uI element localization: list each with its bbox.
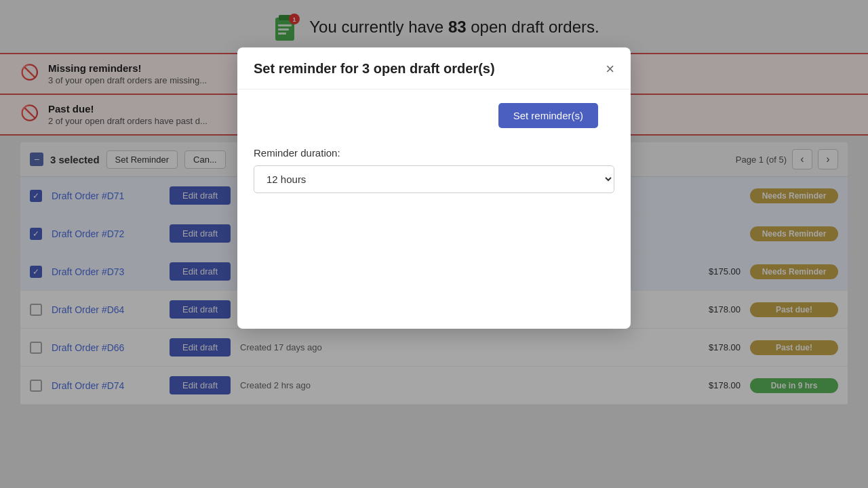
- modal-overlay: Set reminder for 3 open draft order(s) ×…: [0, 0, 868, 488]
- set-reminders-btn[interactable]: Set reminder(s): [498, 103, 598, 128]
- set-reminder-modal: Set reminder for 3 open draft order(s) ×…: [237, 47, 631, 329]
- duration-label: Reminder duration:: [254, 147, 614, 159]
- modal-body: Set reminder(s) Reminder duration: 1 hou…: [237, 89, 631, 329]
- modal-header: Set reminder for 3 open draft order(s) ×: [237, 47, 631, 89]
- duration-select[interactable]: 1 hour2 hours4 hours6 hours12 hours24 ho…: [254, 165, 614, 193]
- modal-title: Set reminder for 3 open draft order(s): [254, 61, 495, 77]
- modal-spacer: [254, 193, 614, 315]
- modal-actions: Set reminder(s): [254, 103, 614, 134]
- modal-close-btn[interactable]: ×: [606, 62, 614, 77]
- duration-section: Reminder duration: 1 hour2 hours4 hours6…: [254, 147, 614, 193]
